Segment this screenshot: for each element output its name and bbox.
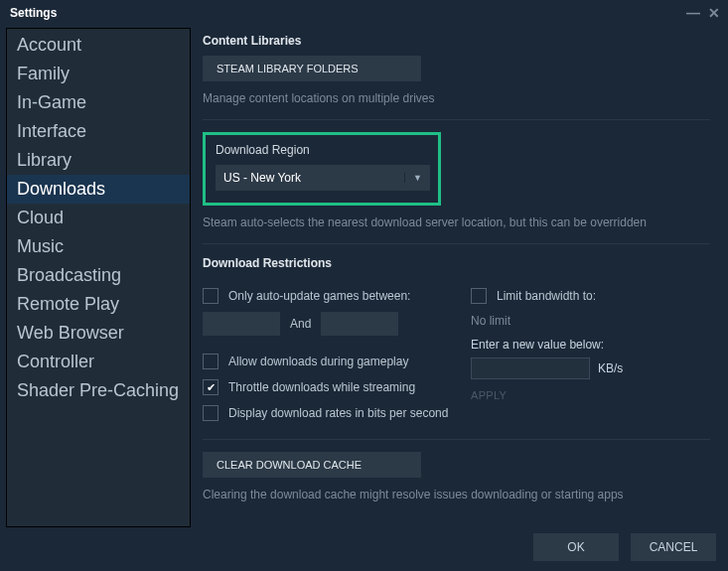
window-controls: — ✕: [686, 6, 720, 20]
sidebar-item-cloud[interactable]: Cloud: [7, 204, 190, 232]
content-libraries-title: Content Libraries: [203, 34, 710, 48]
enter-new-value-label: Enter a new value below:: [471, 338, 710, 352]
clear-download-cache-button[interactable]: CLEAR DOWNLOAD CACHE: [203, 452, 421, 478]
content-libraries-helper: Manage content locations on multiple dri…: [203, 91, 710, 105]
divider: [203, 439, 710, 440]
sidebar-item-account[interactable]: Account: [7, 31, 190, 60]
download-region-helper: Steam auto-selects the nearest download …: [203, 215, 710, 229]
sidebar-item-web-browser[interactable]: Web Browser: [7, 319, 190, 348]
settings-content: Content Libraries STEAM LIBRARY FOLDERS …: [197, 28, 722, 527]
download-region-highlight: Download Region US - New York ▼: [203, 132, 441, 206]
auto-update-between-label: Only auto-update games between:: [228, 289, 410, 303]
sidebar-item-in-game[interactable]: In-Game: [7, 88, 190, 117]
throttle-streaming-label: Throttle downloads while streaming: [228, 380, 415, 394]
download-restrictions-title: Download Restrictions: [203, 256, 710, 270]
sidebar-item-broadcasting[interactable]: Broadcasting: [7, 261, 190, 290]
throttle-streaming-checkbox[interactable]: [203, 379, 218, 395]
close-icon[interactable]: ✕: [708, 6, 720, 20]
cancel-button[interactable]: CANCEL: [631, 533, 716, 561]
minimize-icon[interactable]: —: [686, 6, 700, 20]
sidebar-item-interface[interactable]: Interface: [7, 117, 190, 146]
sidebar-item-library[interactable]: Library: [7, 146, 190, 175]
sidebar-item-music[interactable]: Music: [7, 232, 190, 261]
sidebar-item-downloads[interactable]: Downloads: [7, 175, 190, 204]
download-region-value: US - New York: [223, 171, 301, 185]
steam-library-folders-button[interactable]: STEAM LIBRARY FOLDERS: [203, 56, 421, 81]
limit-bandwidth-checkbox[interactable]: [471, 288, 487, 304]
bits-per-second-label: Display download rates in bits per secon…: [228, 406, 448, 420]
bandwidth-unit: KB/s: [598, 361, 623, 375]
auto-update-between-checkbox[interactable]: [203, 288, 218, 304]
no-limit-label: No limit: [471, 314, 710, 328]
sidebar-item-family[interactable]: Family: [7, 60, 190, 88]
bandwidth-input[interactable]: [471, 357, 590, 379]
download-region-select[interactable]: US - New York ▼: [216, 165, 430, 191]
sidebar-item-controller[interactable]: Controller: [7, 348, 190, 376]
limit-bandwidth-label: Limit bandwidth to:: [497, 289, 596, 303]
divider: [203, 243, 710, 244]
chevron-down-icon: ▼: [404, 173, 422, 183]
allow-downloads-gameplay-checkbox[interactable]: [203, 354, 218, 369]
divider: [203, 119, 710, 120]
bits-per-second-checkbox[interactable]: [203, 405, 218, 421]
ok-button[interactable]: OK: [533, 533, 619, 561]
auto-update-end-input[interactable]: [321, 312, 398, 336]
sidebar-item-shader-pre-caching[interactable]: Shader Pre-Caching: [7, 376, 190, 405]
clear-cache-helper: Clearing the download cache might resolv…: [203, 488, 710, 501]
and-label: And: [290, 317, 311, 331]
auto-update-start-input[interactable]: [203, 312, 280, 336]
settings-sidebar: Account Family In-Game Interface Library…: [6, 28, 191, 527]
apply-button[interactable]: APPLY: [471, 389, 710, 401]
download-region-title: Download Region: [216, 143, 428, 157]
allow-downloads-gameplay-label: Allow downloads during gameplay: [228, 355, 408, 368]
window-title: Settings: [10, 6, 57, 20]
sidebar-item-remote-play[interactable]: Remote Play: [7, 290, 190, 319]
